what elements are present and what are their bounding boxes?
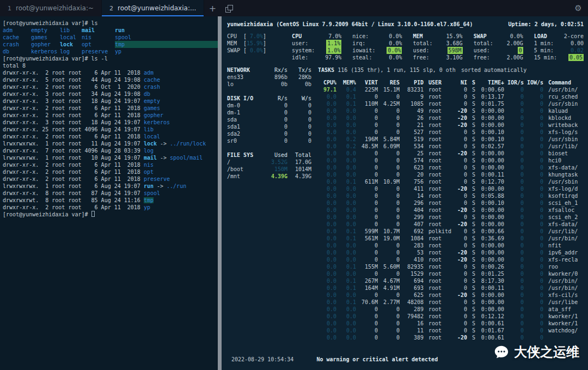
proc-cell: 0:12.12	[477, 313, 504, 320]
proc-cell: 0.0	[318, 320, 336, 327]
panel-row: /boot150M1014M	[227, 166, 311, 173]
proc-cell: 0.4	[336, 86, 356, 93]
proc-cell: 0:00.00	[477, 164, 504, 171]
proc-cell: 0	[524, 242, 543, 249]
panel-value-1: 0	[264, 109, 287, 116]
proc-cell: 0:00.10	[477, 129, 504, 136]
tab-2[interactable]: 2root@yunweizhidaxia:...	[102, 0, 204, 16]
proc-cell: root	[424, 320, 453, 327]
proc-cell: 0	[524, 178, 543, 185]
proc-cell: 0	[356, 320, 378, 327]
panel-network: NETWORKRx/sTx/sens33896b28Kblo0b0b	[227, 66, 311, 88]
panel-value-1: 0	[264, 102, 287, 109]
tabbar-spacer	[237, 0, 568, 16]
file-db: db	[3, 48, 31, 55]
proc-cell: S	[467, 313, 477, 320]
proc-cell: scsi_eh_2	[543, 214, 584, 221]
proc-cell: 0.0	[318, 249, 336, 256]
proc-cell: 0.0	[336, 256, 356, 263]
proc-cell: 0:00.60	[477, 86, 504, 93]
stat-label: 15 min:	[534, 54, 557, 61]
process-area: TASKS 116 (135 thr), 1 run, 115 slp, 0 o…	[318, 66, 584, 341]
new-tab-button[interactable]: +	[204, 0, 220, 16]
file-mail: mail	[82, 27, 115, 34]
tab-index: 1	[8, 5, 11, 12]
proc-cell: 0	[378, 214, 400, 221]
proc-cell: 0.0	[336, 107, 356, 114]
entry-name: lib	[144, 126, 154, 132]
proc-cell: root	[424, 249, 453, 256]
proc-cell: 0.0	[336, 157, 356, 164]
entry-name: crash	[144, 84, 160, 90]
tab-1[interactable]: 1root@yunweizhidaxia:~	[0, 0, 102, 16]
file-cache: cache	[3, 34, 31, 41]
proc-cell: root	[424, 299, 453, 306]
proc-cell: 0.0	[318, 207, 336, 214]
proc-cell: 0	[504, 150, 524, 157]
ls-entry: drwxr-xr-x. 3 root root 34 Aug 24 19:08 …	[3, 90, 218, 98]
bracket-close: ]	[263, 47, 266, 54]
proc-cell: -20	[453, 207, 467, 214]
panel-col-header: Rx/s	[264, 66, 287, 74]
proc-cell: 0:00.11	[477, 284, 504, 292]
proc-cell: S	[467, 320, 477, 327]
proc-cell: 0	[504, 214, 524, 221]
proc-cell: 0:01.67	[477, 327, 504, 334]
quicklook-label: MEM	[227, 40, 243, 47]
proc-cell: kaluad	[543, 107, 584, 114]
entry-meta: drwxr-xr-x. 2 root root 6 Oct 1 2020	[3, 84, 144, 90]
pane-splitter[interactable]	[218, 16, 222, 370]
proc-cell: 0	[453, 284, 467, 292]
proc-cell: 0	[524, 284, 543, 292]
stat-label: used:	[413, 47, 429, 54]
stat-value: 3.68G	[446, 40, 463, 47]
file-opt: opt	[82, 41, 115, 48]
proc-cell: 0.0	[318, 192, 336, 199]
glances-pane[interactable]: yunweizhidaxia (CentOS Linux 7.9.2009 64…	[222, 16, 588, 370]
proc-cell: 0	[378, 320, 400, 327]
proc-col-res: RES	[378, 79, 400, 86]
stat-value: 0.00	[571, 40, 584, 47]
stat-label: LOAD	[534, 33, 547, 40]
panel-row: sda200	[227, 130, 311, 137]
proc-cell: 0	[378, 129, 400, 136]
proc-cell: S	[467, 299, 477, 306]
proc-cell: 0	[453, 192, 467, 199]
link-target: spool/mail	[170, 155, 203, 161]
entry-meta: drwxr-xr-x. 2 root root 6 Apr 11 2018	[3, 204, 144, 210]
proc-cell: 1084	[400, 235, 424, 242]
proc-cell: xfs-data/	[543, 221, 584, 228]
summary-col-1: nice:0.0%irq:0.0%iowait:0.0%steal:0.0%	[352, 33, 402, 61]
proc-cell: 625	[400, 292, 424, 299]
proc-cell: 0	[504, 235, 524, 242]
proc-cell: root	[424, 107, 453, 114]
split-view-button[interactable]	[220, 0, 237, 16]
summary-col-3: SWAP0.0%total:2.00Gused:0free:2.00G	[474, 33, 523, 61]
proc-cell: root	[424, 143, 453, 150]
link-arrow: ->	[154, 183, 167, 189]
watermark-text: 大侠之运维	[514, 349, 579, 356]
proc-cell: 0	[356, 270, 378, 277]
terminal-pane-left[interactable]: [root@yunweizhidaxia var]# ls admemptyli…	[0, 16, 218, 370]
proc-cell: 0	[378, 242, 400, 249]
settings-gear-icon[interactable]: ⚙	[568, 0, 588, 16]
proc-cell: 0	[504, 207, 524, 214]
proc-cell: 0	[524, 306, 543, 313]
proc-cell: 0:00.00	[477, 207, 504, 214]
proc-cell: /usr/bin/	[543, 284, 584, 292]
proc-cell: 0:00.10	[477, 199, 504, 207]
proc-cell: 10.7M	[378, 228, 400, 235]
proc-cell: 0	[453, 164, 467, 171]
proc-cell: 0	[524, 150, 543, 157]
proc-cell: S	[467, 100, 477, 107]
proc-cell: 0	[453, 327, 467, 334]
entry-meta: drwxr-xr-x. 2 root root 6 Apr 11 2018	[3, 169, 144, 175]
ls-entry: drwxr-xr-x. 3 root root 18 Aug 24 19:07 …	[3, 98, 218, 105]
proc-cell: 0.0	[318, 93, 336, 100]
panel-col-header: Tx/s	[287, 66, 311, 74]
proc-cell: xfs-log/s	[543, 129, 584, 136]
proc-cell: 0	[453, 157, 467, 164]
entry-name: empty	[144, 98, 160, 104]
proc-cell: S	[467, 199, 477, 207]
proc-cell: 0:36.69	[477, 235, 504, 242]
